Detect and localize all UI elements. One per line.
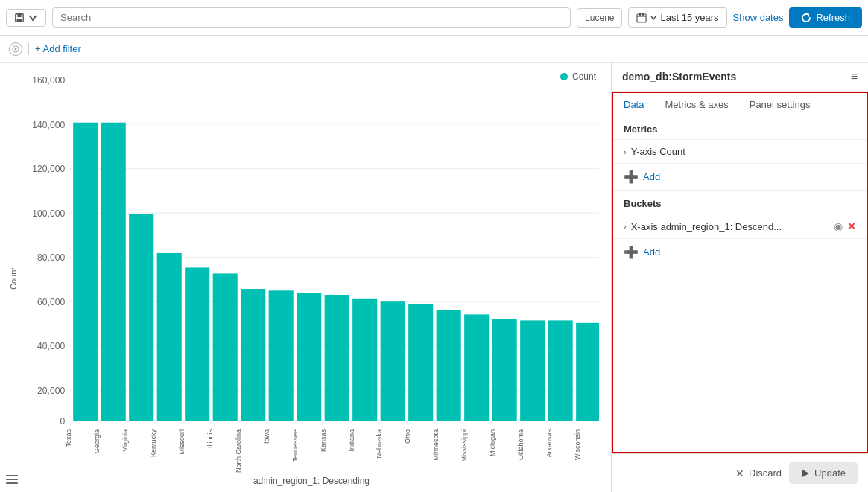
buckets-section-header: Buckets — [613, 191, 867, 214]
x-label-kentucky: Kentucky — [150, 429, 175, 457]
metrics-add-button[interactable]: ➕ Add — [613, 164, 867, 190]
metrics-section-header: Metrics — [613, 116, 867, 140]
filter-divider — [28, 43, 29, 55]
filter-bar: + Add filter — [0, 36, 868, 63]
eye-icon[interactable]: ◉ — [834, 220, 843, 232]
chart-grid-area: 160,000 140,000 120,000 100,000 80,000 6… — [24, 71, 599, 429]
buckets-add-button[interactable]: ➕ Add — [613, 239, 867, 265]
svg-rect-3 — [637, 14, 646, 22]
svg-rect-37 — [352, 299, 377, 421]
x-label-missouri: Missouri — [178, 429, 203, 455]
buckets-add-label: Add — [643, 246, 660, 258]
toolbar: Lucene Last 15 years Show dates Refresh — [0, 0, 868, 36]
tab-metrics-axes[interactable]: Metrics & axes — [654, 93, 738, 118]
buckets-chevron[interactable]: › — [624, 222, 627, 231]
svg-rect-32 — [213, 273, 238, 421]
svg-rect-31 — [185, 267, 209, 421]
panel-footer: ✕ Discard Update — [612, 453, 868, 492]
svg-text:100,000: 100,000 — [32, 208, 65, 218]
svg-text:160,000: 160,000 — [32, 75, 65, 86]
svg-text:60,000: 60,000 — [37, 297, 65, 307]
svg-text:0: 0 — [60, 416, 65, 426]
svg-text:40,000: 40,000 — [37, 341, 65, 351]
panel-header: demo_db:StormEvents ≡ — [612, 63, 868, 92]
main-layout: Count Count — [0, 63, 868, 492]
panel-content: Metrics › Y-axis Count ➕ Add Buckets › X… — [612, 116, 868, 453]
svg-text:20,000: 20,000 — [37, 386, 65, 396]
search-input[interactable] — [52, 7, 571, 28]
svg-rect-43 — [520, 320, 545, 421]
refresh-button[interactable]: Refresh — [789, 7, 862, 28]
svg-rect-28 — [101, 123, 126, 421]
x-label-indiana: Indiana — [348, 429, 373, 452]
svg-rect-42 — [492, 319, 517, 421]
x-label-minnesota: Minnesota — [432, 429, 457, 461]
time-range-picker[interactable]: Last 15 years — [628, 7, 726, 28]
chart-wrapper: Count — [6, 71, 599, 486]
close-icon[interactable]: ✕ — [847, 220, 856, 232]
save-button[interactable] — [6, 9, 46, 27]
svg-rect-39 — [408, 304, 433, 421]
svg-rect-1 — [17, 13, 21, 16]
panel-tabs: Data Metrics & axes Panel settings — [612, 92, 868, 116]
metrics-add-label: Add — [643, 171, 660, 182]
bar-chart-svg: 160,000 140,000 120,000 100,000 80,000 6… — [24, 71, 599, 429]
x-label-iowa: Iowa — [263, 429, 288, 444]
refresh-label: Refresh — [816, 12, 850, 23]
discard-label: Discard — [749, 467, 782, 479]
update-label: Update — [814, 467, 846, 479]
svg-rect-30 — [157, 253, 182, 421]
svg-rect-47 — [6, 475, 18, 476]
svg-rect-45 — [576, 323, 599, 421]
buckets-item-label: X-axis admin_region_1: Descend... — [631, 221, 829, 232]
svg-rect-34 — [269, 290, 294, 421]
chart-inner: 160,000 140,000 120,000 100,000 80,000 6… — [24, 71, 599, 486]
y-axis-label: Count — [6, 71, 21, 486]
svg-rect-49 — [6, 482, 18, 484]
svg-text:80,000: 80,000 — [37, 252, 65, 263]
x-label-oklahoma: Oklahoma — [517, 429, 542, 460]
buckets-add-icon: ➕ — [624, 245, 639, 259]
calendar-icon — [636, 13, 647, 23]
filter-options-icon[interactable] — [9, 42, 22, 56]
chart-area: Count Count — [0, 63, 611, 492]
chevron-down-icon2 — [650, 14, 657, 22]
x-label-texas: Texas — [65, 429, 90, 447]
x-axis-title: admin_region_1: Descending — [24, 474, 599, 486]
add-filter-button[interactable]: + Add filter — [35, 43, 81, 54]
x-label-michigan: Michigan — [489, 429, 514, 456]
tab-data[interactable]: Data — [613, 93, 654, 118]
svg-rect-48 — [6, 479, 18, 480]
panel-menu-icon[interactable]: ≡ — [851, 70, 858, 83]
svg-rect-27 — [73, 123, 98, 421]
x-label-ohio: Ohio — [404, 429, 429, 444]
x-label-nebraska: Nebraska — [376, 429, 401, 459]
svg-text:140,000: 140,000 — [32, 119, 65, 130]
tab-panel-settings[interactable]: Panel settings — [739, 93, 821, 118]
chevron-down-icon — [28, 13, 38, 23]
metrics-item: › Y-axis Count — [613, 140, 867, 164]
show-dates-button[interactable]: Show dates — [733, 12, 784, 23]
x-label-container: Texas Georgia Virginia Kentucky Missouri… — [65, 429, 599, 474]
svg-rect-5 — [639, 13, 641, 16]
svg-rect-33 — [241, 289, 265, 421]
update-play-icon — [801, 469, 810, 478]
right-panel: demo_db:StormEvents ≡ Data Metrics & axe… — [611, 63, 868, 492]
svg-rect-36 — [325, 295, 349, 421]
metrics-chevron[interactable]: › — [624, 147, 627, 156]
metrics-add-icon: ➕ — [624, 170, 639, 184]
x-label-arkansas: Arkansas — [545, 429, 571, 458]
x-label-virginia: Virginia — [121, 429, 147, 452]
x-label-mississippi: Mississippi — [460, 429, 486, 462]
buckets-item: › X-axis admin_region_1: Descend... ◉ ✕ — [613, 214, 867, 239]
update-button[interactable]: Update — [789, 462, 858, 484]
discard-button[interactable]: ✕ Discard — [735, 467, 782, 479]
svg-rect-6 — [642, 13, 644, 16]
x-label-kansas: Kansas — [320, 429, 345, 452]
x-label-illinois: Illinois — [206, 429, 232, 448]
x-label-wisconsin: Wisconsin — [574, 429, 599, 460]
time-range-label: Last 15 years — [660, 12, 718, 23]
svg-rect-40 — [437, 310, 461, 421]
lucene-toggle[interactable]: Lucene — [577, 8, 622, 28]
chart-menu-icon[interactable] — [6, 475, 18, 486]
